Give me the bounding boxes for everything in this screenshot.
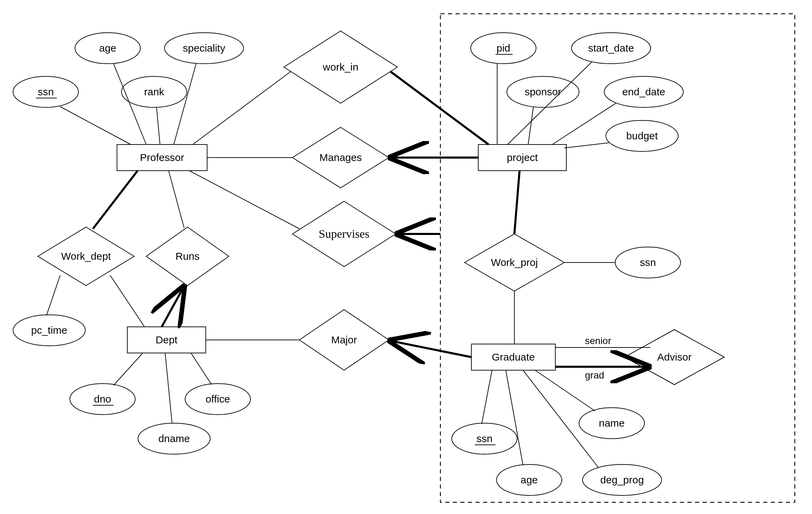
label-attr-dept-dno: dno [94, 393, 111, 405]
svg-line-29 [514, 171, 520, 234]
label-runs: Runs [175, 250, 200, 262]
label-dept: Dept [156, 334, 177, 346]
svg-line-9 [391, 72, 489, 144]
svg-line-14 [528, 107, 533, 144]
label-attr-project-enddate: end_date [622, 86, 665, 98]
label-role-grad: grad [585, 370, 604, 381]
svg-line-24 [114, 353, 143, 385]
label-supervises: Supervises [319, 227, 369, 240]
label-attr-dept-dname: dname [158, 433, 190, 445]
label-attr-project-startdate: start_date [588, 42, 634, 54]
label-work-dept: Work_dept [61, 250, 111, 262]
svg-line-19 [93, 171, 138, 229]
label-project: project [507, 152, 538, 163]
svg-line-17 [189, 171, 299, 229]
label-attr-dept-office: office [205, 393, 230, 405]
svg-line-23 [162, 286, 184, 327]
label-attr-graduate-ssn: ssn [477, 433, 493, 445]
label-attr-professor-age: age [99, 42, 116, 54]
label-attr-professor-speciality: speciality [183, 42, 225, 54]
label-work-in: work_in [323, 61, 358, 73]
label-attr-project-budget: budget [626, 130, 658, 142]
svg-line-8 [193, 72, 291, 144]
svg-line-26 [191, 353, 212, 385]
svg-line-4 [60, 107, 131, 144]
svg-line-16 [564, 143, 609, 148]
label-professor: Professor [140, 152, 184, 163]
label-attr-pctime: pc_time [31, 324, 67, 336]
label-graduate: Graduate [492, 351, 535, 363]
label-attr-workproj-ssn: ssn [640, 257, 656, 268]
label-manages: Manages [319, 152, 362, 163]
label-attr-graduate-degprog: deg_prog [600, 474, 644, 486]
label-attr-professor-ssn: ssn [38, 86, 54, 98]
svg-line-6 [174, 64, 196, 144]
label-role-senior: senior [585, 335, 611, 346]
label-attr-project-pid: pid [496, 42, 510, 54]
label-attr-professor-rank: rank [144, 86, 164, 98]
label-attr-graduate-name: name [599, 417, 624, 429]
svg-line-20 [169, 171, 184, 228]
svg-line-28 [389, 341, 471, 357]
label-advisor: Advisor [657, 351, 692, 363]
svg-line-25 [165, 353, 172, 423]
svg-line-22 [110, 275, 145, 327]
label-work-proj: Work_proj [491, 257, 538, 268]
label-major: Major [331, 334, 357, 346]
label-attr-project-sponsor: sponsor [525, 86, 562, 98]
svg-line-35 [506, 370, 523, 465]
svg-line-34 [482, 370, 492, 424]
label-attr-graduate-age: age [521, 474, 538, 486]
svg-line-7 [157, 107, 160, 144]
svg-line-21 [46, 275, 60, 315]
